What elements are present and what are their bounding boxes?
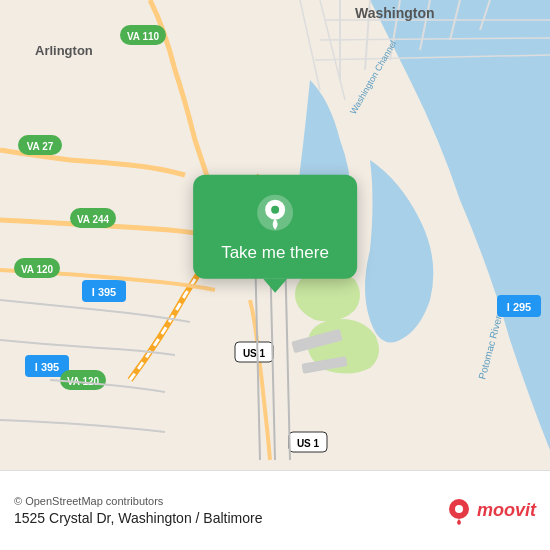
svg-text:Arlington: Arlington bbox=[35, 43, 93, 58]
osm-credit: © OpenStreetMap contributors bbox=[14, 495, 262, 507]
svg-text:I 395: I 395 bbox=[92, 286, 116, 298]
svg-text:US 1: US 1 bbox=[243, 348, 266, 359]
svg-point-43 bbox=[271, 206, 279, 214]
svg-text:Washington: Washington bbox=[355, 5, 435, 21]
location-text: 1525 Crystal Dr, Washington / Baltimore bbox=[14, 510, 262, 526]
svg-text:US 1: US 1 bbox=[297, 438, 320, 449]
moovit-logo: moovit bbox=[445, 497, 536, 525]
callout[interactable]: Take me there bbox=[193, 175, 357, 279]
svg-text:VA 110: VA 110 bbox=[127, 31, 160, 42]
location-pin-icon bbox=[253, 191, 297, 235]
callout-bubble[interactable]: Take me there bbox=[193, 175, 357, 279]
callout-label: Take me there bbox=[221, 243, 329, 263]
svg-text:VA 27: VA 27 bbox=[27, 141, 54, 152]
bottom-bar: © OpenStreetMap contributors 1525 Crysta… bbox=[0, 470, 550, 550]
map-container: I 395 I 395 VA 110 VA 27 VA 244 VA 120 V… bbox=[0, 0, 550, 470]
bottom-info: © OpenStreetMap contributors 1525 Crysta… bbox=[14, 495, 262, 526]
svg-text:I 395: I 395 bbox=[35, 361, 59, 373]
svg-text:VA 120: VA 120 bbox=[21, 264, 54, 275]
svg-text:VA 244: VA 244 bbox=[77, 214, 110, 225]
svg-point-45 bbox=[455, 505, 463, 513]
moovit-text: moovit bbox=[477, 500, 536, 521]
svg-text:I 295: I 295 bbox=[507, 301, 531, 313]
moovit-icon bbox=[445, 497, 473, 525]
